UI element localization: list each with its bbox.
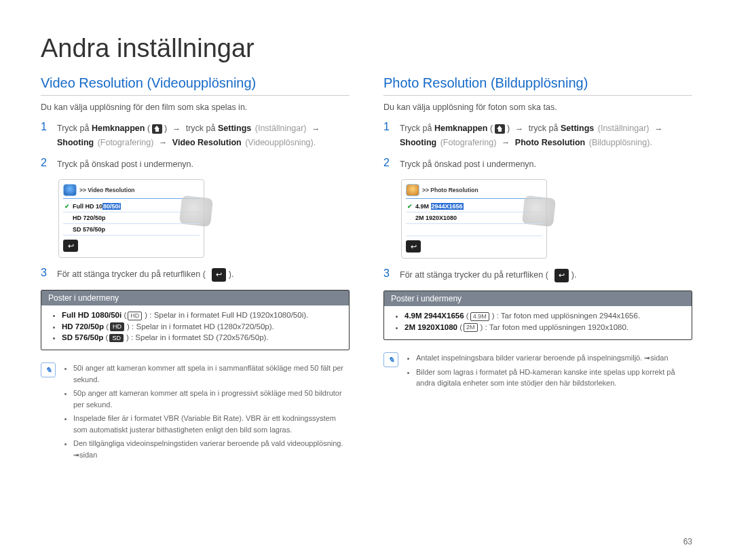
hd-tag: HD (128, 312, 142, 320)
text: (Inställningar) (598, 124, 650, 133)
submenu-item: 2M 1920X1080 (2M) : Tar foton med upplös… (405, 323, 682, 332)
note-item: Bilder som lagras i formatet på HD-kamer… (416, 367, 692, 389)
note-item: 50p anger att kameran kommer att spela i… (73, 388, 350, 410)
back-button[interactable] (63, 240, 78, 252)
two-column-layout: Video Resolution (Videoupplösning) Du ka… (41, 75, 692, 463)
text: : Tar foton med upplösningen 1920x1080. (485, 323, 628, 331)
target-label: Video Resolution (172, 138, 242, 147)
submenu-item: 4.9M 2944X1656 (4.9M) : Tar foton med up… (405, 312, 682, 320)
settings-label: Settings (561, 124, 594, 133)
photo-step-3: 3 För att stänga trycker du på returflik… (383, 268, 692, 282)
text: Full HD 10 (73, 203, 102, 210)
text: 4.9M (415, 203, 431, 210)
text: 2M 1920X1080 (405, 323, 457, 331)
shooting-label: Shooting (400, 138, 436, 147)
photo-step-2: 2 Tryck på önskad post i undermenyn. (383, 157, 692, 171)
note-item: Antalet inspelningsbara bilder varierar … (416, 352, 692, 364)
home-icon (152, 124, 162, 134)
page-title: Andra inställningar (41, 34, 692, 63)
step-number: 2 (41, 157, 50, 168)
text: ). (571, 270, 577, 280)
text: : Spelar in i formatet HD (1280x720/50p)… (132, 322, 274, 331)
settings-label: Settings (218, 124, 251, 133)
screenshot-title: >> Video Resolution (79, 187, 135, 193)
shooting-label: Shooting (57, 138, 94, 147)
home-icon (495, 124, 505, 134)
text: (Videoupplösning). (245, 138, 316, 147)
resolution-row-49m[interactable]: ✔ 4.9M 2944X1656 (406, 201, 542, 212)
text: Tryck på (57, 124, 92, 133)
video-step-2: 2 Tryck på önskad post i undermenyn. (41, 157, 350, 171)
resolution-row-hd[interactable]: HD 720/50p (63, 212, 200, 224)
submenu-item: SD 576/50p (SD) : Spelar in i formatet S… (62, 333, 339, 342)
text: (Inställningar) (255, 124, 307, 133)
video-intro: Du kan välja upplösning för den film som… (41, 102, 350, 112)
video-submenu-box: Poster i undermeny Full HD 1080/50i (HD)… (41, 290, 350, 350)
submenu-item: HD 720/50p (HD) : Spelar in i formatet H… (62, 322, 339, 331)
text: : Spelar in i formatet SD (720x576/50p). (131, 333, 269, 341)
text: : Spelar in i formatet Full HD (1920x108… (149, 311, 308, 319)
text: tryck på (186, 124, 218, 133)
resolution-row-full-hd[interactable]: ✔ Full HD 1080/50i (63, 201, 200, 212)
photo-resolution-section: Photo Resolution (Bildupplösning) Du kan… (383, 75, 692, 463)
hd-tag: HD (110, 322, 124, 331)
text: (Fotografering) (98, 138, 154, 147)
arrow-icon (156, 136, 170, 149)
text: (Fotografering) (440, 138, 497, 147)
mp-tag: 4.9M (470, 312, 489, 321)
video-resolution-section: Video Resolution (Videoupplösning) Du ka… (41, 75, 350, 463)
step-number: 3 (383, 268, 393, 279)
photo-step-1: 1 Tryck på Hemknappen () tryck på Settin… (383, 122, 692, 149)
resolution-row-2m[interactable]: 2M 1920X1080 (406, 212, 542, 224)
home-button-label: Hemknappen (92, 124, 145, 133)
text: För att stänga trycker du på returfliken… (400, 270, 548, 280)
submenu-title: Poster i undermeny (41, 291, 349, 305)
target-label: Photo Resolution (515, 138, 585, 147)
video-step-1: 1 Tryck på Hemknappen () tryck på Settin… (41, 122, 350, 149)
submenu-item: Full HD 1080/50i (HD) : Spelar in i form… (62, 311, 339, 320)
text: Tryck på (400, 124, 434, 133)
note-item: Inspelade filer är i formatet VBR (Varia… (73, 413, 350, 435)
note-icon: ✎ (383, 352, 398, 367)
text: SD 576/50p (62, 333, 103, 341)
photo-submenu-box: Poster i undermeny 4.9M 2944X1656 (4.9M)… (383, 291, 692, 340)
arrow-icon (499, 136, 513, 149)
resolution-row-sd[interactable]: SD 576/50p (63, 224, 200, 236)
submenu-title: Poster i undermeny (384, 291, 692, 306)
text: 80/50i (102, 203, 121, 210)
photo-heading: Photo Resolution (Bildupplösning) (383, 75, 692, 96)
step-number: 1 (383, 122, 393, 132)
video-step-3: 3 För att stänga trycker du på returflik… (41, 267, 350, 282)
step-number: 2 (383, 157, 393, 168)
text: Tryck på önskad post i undermenyn. (57, 157, 350, 171)
page-number: 63 (683, 537, 692, 546)
mode-badge-icon (63, 184, 77, 196)
photo-intro: Du kan välja upplösning för foton som sk… (383, 102, 692, 112)
arrow-icon (512, 122, 527, 136)
back-button[interactable] (406, 240, 421, 253)
text: 4.9M 2944X1656 (405, 312, 464, 320)
photo-screenshot: >> Photo Resolution ✔ 4.9M 2944X1656 2M … (401, 179, 547, 259)
mode-badge-icon (406, 184, 419, 196)
video-notes: ✎ 50i anger att kameran kommer att spela… (41, 362, 350, 463)
note-icon: ✎ (41, 362, 56, 377)
text: Tryck på önskad post i undermenyn. (400, 157, 692, 171)
home-button-label: Hemknappen (434, 124, 488, 133)
text: HD 720/50p (62, 322, 104, 331)
note-item: 50i anger att kameran kommer att spela i… (73, 362, 350, 385)
text: (Bildupplösning). (589, 138, 652, 147)
text: tryck på (529, 124, 561, 133)
video-heading: Video Resolution (Videoupplösning) (41, 75, 350, 96)
text: ). (229, 269, 234, 279)
sd-tag: SD (109, 334, 124, 343)
text: : Tar foton med upplösningen 2944x1656. (497, 312, 640, 320)
arrow-icon (170, 122, 184, 136)
photo-notes: ✎ Antalet inspelningsbara bilder variera… (383, 352, 692, 392)
note-item: Den tillgängliga videoinspelningstiden v… (73, 438, 350, 460)
text: Full HD 1080/50i (62, 311, 121, 319)
text: 2944X1656 (431, 203, 464, 210)
screenshot-title: >> Photo Resolution (422, 187, 478, 193)
arrow-icon (652, 122, 666, 136)
mp-tag: 2M (464, 323, 478, 332)
text: För att stänga trycker du på returfliken… (57, 269, 206, 279)
